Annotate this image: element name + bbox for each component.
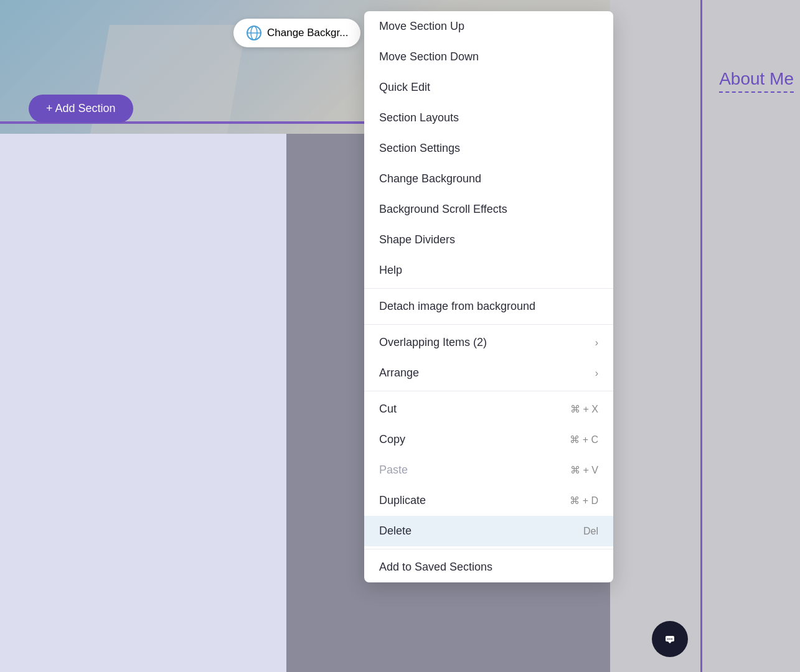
paste-shortcut: ⌘ + V: [570, 464, 598, 476]
chat-button[interactable]: [652, 621, 688, 657]
menu-divider-2: [364, 324, 613, 325]
svg-point-9: [667, 638, 669, 640]
left-content-panel: [0, 134, 286, 672]
chevron-right-icon: ›: [595, 368, 598, 379]
menu-item-detach-image[interactable]: Detach image from background: [364, 291, 613, 322]
about-me-tab[interactable]: About Me: [719, 69, 794, 93]
menu-item-overlapping[interactable]: Overlapping Items (2) ›: [364, 327, 613, 358]
menu-divider-4: [364, 549, 613, 549]
menu-item-section-settings[interactable]: Section Settings: [364, 133, 613, 164]
menu-item-move-up[interactable]: Move Section Up: [364, 11, 613, 42]
menu-item-delete[interactable]: Delete Del: [364, 516, 613, 546]
right-border-accent: [700, 0, 702, 672]
menu-divider-3: [364, 391, 613, 391]
menu-item-shape-dividers[interactable]: Shape Dividers: [364, 225, 613, 255]
globe-icon: [246, 25, 262, 41]
svg-point-11: [671, 638, 672, 640]
svg-point-10: [669, 638, 671, 640]
menu-item-cut[interactable]: Cut ⌘ + X: [364, 394, 613, 424]
chevron-right-icon: ›: [595, 337, 598, 348]
menu-divider-1: [364, 288, 613, 289]
menu-item-add-saved[interactable]: Add to Saved Sections: [364, 552, 613, 582]
delete-shortcut: Del: [583, 526, 598, 537]
menu-item-arrange[interactable]: Arrange ›: [364, 358, 613, 388]
menu-item-move-down[interactable]: Move Section Down: [364, 42, 613, 72]
change-background-button[interactable]: Change Backgr...: [233, 19, 360, 47]
context-menu: Move Section Up Move Section Down Quick …: [364, 11, 613, 582]
chat-icon: [661, 630, 679, 648]
add-section-button[interactable]: + Add Section: [29, 95, 133, 123]
duplicate-shortcut: ⌘ + D: [570, 495, 598, 506]
menu-item-duplicate[interactable]: Duplicate ⌘ + D: [364, 485, 613, 516]
menu-item-quick-edit[interactable]: Quick Edit: [364, 72, 613, 103]
menu-item-change-background[interactable]: Change Background: [364, 164, 613, 194]
menu-item-help[interactable]: Help: [364, 255, 613, 286]
menu-item-copy[interactable]: Copy ⌘ + C: [364, 424, 613, 455]
right-panel: [610, 0, 800, 672]
copy-shortcut: ⌘ + C: [570, 434, 598, 446]
menu-item-section-layouts[interactable]: Section Layouts: [364, 103, 613, 133]
menu-item-paste[interactable]: Paste ⌘ + V: [364, 455, 613, 485]
menu-item-bg-scroll-effects[interactable]: Background Scroll Effects: [364, 194, 613, 225]
cut-shortcut: ⌘ + X: [570, 403, 598, 415]
